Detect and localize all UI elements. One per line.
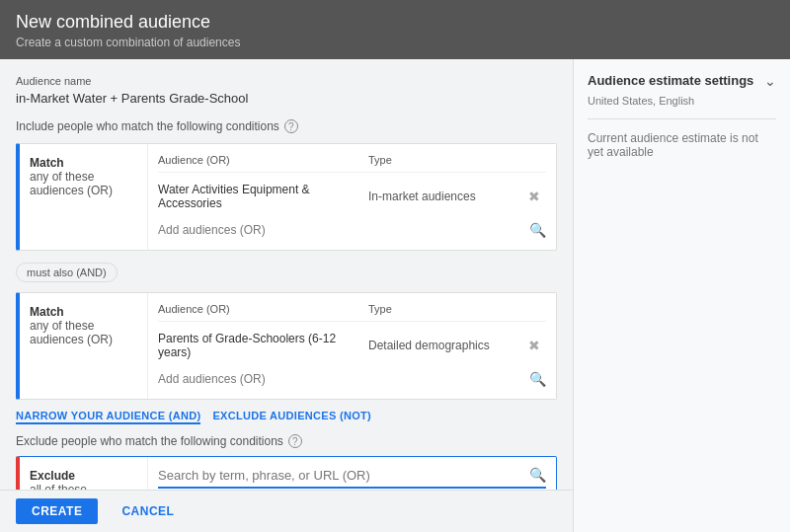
exclude-audiences-link[interactable]: EXCLUDE AUDIENCES (NOT): [212, 410, 371, 424]
search-input-row: 🔍: [158, 467, 546, 489]
table-row: Parents of Grade-Schoolers (6-12 years) …: [158, 328, 546, 363]
search-input[interactable]: [158, 468, 529, 483]
page-title: New combined audience: [16, 12, 774, 33]
page-header: New combined audience Create a custom co…: [0, 0, 790, 59]
narrow-audience-link[interactable]: NARROW YOUR AUDIENCE (AND): [16, 410, 200, 424]
exclude-info-icon[interactable]: ?: [288, 434, 302, 448]
bottom-bar: CREATE CANCEL: [0, 490, 573, 532]
exclude-label-text: Exclude people who match the following c…: [16, 434, 283, 448]
chevron-down-icon[interactable]: ⌄: [764, 73, 776, 89]
col-header-type-1: Type: [368, 154, 526, 166]
table-row: Water Activities Equipment & Accessories…: [158, 179, 546, 214]
narrow-exclude-row: NARROW YOUR AUDIENCE (AND) EXCLUDE AUDIE…: [16, 410, 557, 424]
audience-name-label: Audience name: [16, 75, 557, 87]
right-panel-subtitle: United States, English: [588, 95, 776, 107]
right-panel-divider: [588, 118, 776, 119]
right-panel-title: Audience estimate settings: [588, 73, 753, 88]
remove-row-2-icon[interactable]: ✖: [526, 338, 542, 353]
audience-table-1: Audience (OR) Type Water Activities Equi…: [148, 144, 556, 250]
include-label: Include people who match the following c…: [16, 119, 557, 133]
table-header-2: Audience (OR) Type: [158, 303, 546, 322]
right-panel: Audience estimate settings ⌄ United Stat…: [573, 59, 790, 532]
add-audiences-1[interactable]: Add audiences (OR) 🔍: [158, 214, 546, 240]
audience-table-2: Audience (OR) Type Parents of Grade-Scho…: [148, 293, 556, 399]
search-icon-2: 🔍: [529, 371, 546, 387]
left-panel: Audience name in-Market Water + Parents …: [0, 59, 573, 532]
col-header-audience-2: Audience (OR): [158, 303, 368, 315]
col-header-type-2: Type: [368, 303, 526, 315]
cancel-button[interactable]: CANCEL: [110, 498, 186, 524]
match-label-2: Match any of these audiences (OR): [20, 293, 148, 399]
audience-name-value: in-Market Water + Parents Grade-School: [16, 91, 557, 106]
must-also-badge: must also (AND): [16, 263, 118, 282]
search-icon-3: 🔍: [529, 467, 546, 483]
create-button[interactable]: CREATE: [16, 498, 98, 524]
remove-row-1-icon[interactable]: ✖: [526, 189, 542, 204]
type-value-2: Detailed demographics: [368, 339, 526, 352]
type-value-1: In-market audiences: [368, 190, 526, 203]
condition-box-1: Match any of these audiences (OR) Audien…: [16, 143, 557, 251]
right-panel-header: Audience estimate settings ⌄: [588, 73, 776, 89]
include-info-icon[interactable]: ?: [284, 119, 298, 133]
audience-value-2: Parents of Grade-Schoolers (6-12 years): [158, 332, 368, 359]
table-header-1: Audience (OR) Type: [158, 154, 546, 173]
audience-value-1: Water Activities Equipment & Accessories: [158, 183, 368, 210]
condition-box-2: Match any of these audiences (OR) Audien…: [16, 292, 557, 400]
include-label-text: Include people who match the following c…: [16, 119, 279, 133]
exclude-section-label: Exclude people who match the following c…: [16, 434, 557, 448]
col-header-audience-1: Audience (OR): [158, 154, 368, 166]
search-icon-1: 🔍: [529, 222, 546, 238]
page-subtitle: Create a custom combination of audiences: [16, 36, 774, 49]
right-panel-note: Current audience estimate is not yet ava…: [588, 131, 776, 159]
match-label-1: Match any of these audiences (OR): [20, 144, 148, 250]
add-audiences-2[interactable]: Add audiences (OR) 🔍: [158, 363, 546, 389]
